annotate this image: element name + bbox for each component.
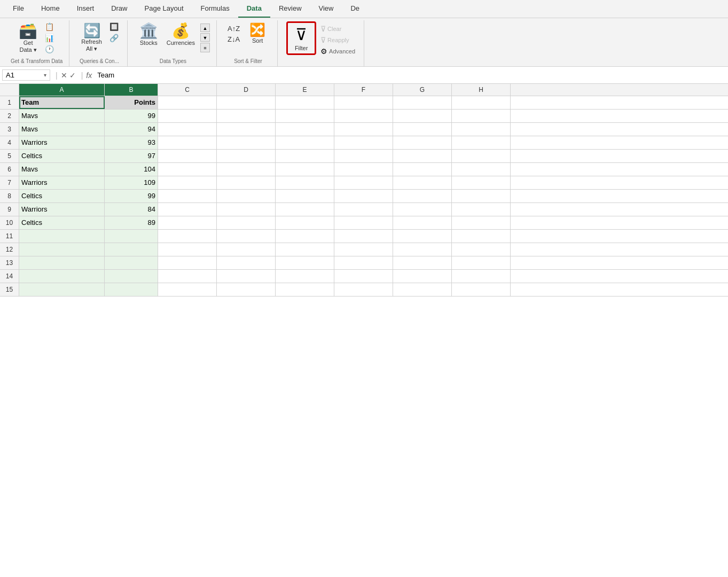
cell-c10[interactable] [158,216,217,229]
cell-e1[interactable] [276,96,334,109]
cell-d11[interactable] [217,230,276,243]
cell-e9[interactable] [276,203,334,216]
cell-c3[interactable] [158,123,217,136]
cell-a7[interactable]: Warriors [19,176,105,189]
cell-e3[interactable] [276,123,334,136]
cell-e5[interactable] [276,150,334,162]
cell-a4[interactable]: Warriors [19,136,105,149]
col-header-d[interactable]: D [217,84,276,96]
cell-g2[interactable] [393,110,452,122]
cell-f15[interactable] [334,283,393,296]
cell-h15[interactable] [452,283,511,296]
cell-g1[interactable] [393,96,452,109]
name-box-arrow[interactable]: ▾ [44,72,46,78]
cell-f1[interactable] [334,96,393,109]
cell-c5[interactable] [158,150,217,162]
cell-f9[interactable] [334,203,393,216]
cell-f11[interactable] [334,230,393,243]
cell-b3[interactable]: 94 [105,123,158,136]
cell-b12[interactable] [105,243,158,256]
cell-e11[interactable] [276,230,334,243]
cell-b1[interactable]: Points [105,96,158,109]
cell-e7[interactable] [276,176,334,189]
cell-a13[interactable] [19,256,105,269]
cell-f10[interactable] [334,216,393,229]
cell-g8[interactable] [393,190,452,202]
cell-g7[interactable] [393,176,452,189]
tab-file[interactable]: File [4,0,33,18]
cell-d6[interactable] [217,163,276,176]
cell-a2[interactable]: Mavs [19,110,105,122]
cell-c8[interactable] [158,190,217,202]
cell-f5[interactable] [334,150,393,162]
show-queries-button[interactable]: 📊 [43,33,58,43]
cell-g13[interactable] [393,256,452,269]
cell-d15[interactable] [217,283,276,296]
reapply-button[interactable]: ⊽ Reapply [318,35,357,45]
tab-formulas[interactable]: Formulas [192,0,238,18]
cell-f2[interactable] [334,110,393,122]
cell-g15[interactable] [393,283,452,296]
cell-e8[interactable] [276,190,334,202]
cell-d4[interactable] [217,136,276,149]
cell-d2[interactable] [217,110,276,122]
cell-g10[interactable] [393,216,452,229]
cell-c7[interactable] [158,176,217,189]
cell-c6[interactable] [158,163,217,176]
col-header-b[interactable]: B [105,84,158,96]
cell-a15[interactable] [19,283,105,296]
advanced-button[interactable]: ⚙ Advanced [318,46,357,57]
cell-d1[interactable] [217,96,276,109]
cell-e2[interactable] [276,110,334,122]
stocks-button[interactable]: 🏛️ Stocks [136,21,161,49]
formula-input[interactable] [95,70,726,80]
tab-de[interactable]: De [342,0,368,18]
cell-e15[interactable] [276,283,334,296]
cell-c2[interactable] [158,110,217,122]
cell-e4[interactable] [276,136,334,149]
cell-a6[interactable]: Mavs [19,163,105,176]
confirm-icon[interactable]: ✓ [69,71,76,80]
cell-a12[interactable] [19,243,105,256]
cell-f7[interactable] [334,176,393,189]
cell-h10[interactable] [452,216,511,229]
cell-g3[interactable] [393,123,452,136]
cell-h12[interactable] [452,243,511,256]
cell-c9[interactable] [158,203,217,216]
cell-h13[interactable] [452,256,511,269]
cell-g12[interactable] [393,243,452,256]
cell-h2[interactable] [452,110,511,122]
cell-h5[interactable] [452,150,511,162]
cell-c11[interactable] [158,230,217,243]
cell-g5[interactable] [393,150,452,162]
col-header-g[interactable]: G [393,84,452,96]
cell-e14[interactable] [276,270,334,283]
tab-insert[interactable]: Insert [68,0,103,18]
cell-b14[interactable] [105,270,158,283]
cell-d9[interactable] [217,203,276,216]
col-header-f[interactable]: F [334,84,393,96]
filter-button[interactable]: ⊽ Filter [286,21,316,55]
tab-home[interactable]: Home [33,0,68,18]
new-query-button[interactable]: 📋 [43,21,58,32]
tab-view[interactable]: View [310,0,342,18]
cell-h14[interactable] [452,270,511,283]
cell-a8[interactable]: Celtics [19,190,105,202]
cell-h8[interactable] [452,190,511,202]
cell-f13[interactable] [334,256,393,269]
cell-g9[interactable] [393,203,452,216]
sort-button[interactable]: 🔀 Sort [244,21,271,46]
cell-d12[interactable] [217,243,276,256]
cell-d13[interactable] [217,256,276,269]
cell-c13[interactable] [158,256,217,269]
sort-az-button[interactable]: A↑Z [225,24,242,34]
cell-c1[interactable] [158,96,217,109]
cancel-icon[interactable]: ✕ [61,71,67,80]
tab-data[interactable]: Data [238,0,270,18]
tab-review[interactable]: Review [270,0,310,18]
cell-c14[interactable] [158,270,217,283]
cell-c4[interactable] [158,136,217,149]
cell-b5[interactable]: 97 [105,150,158,162]
cell-h6[interactable] [452,163,511,176]
cell-b6[interactable]: 104 [105,163,158,176]
